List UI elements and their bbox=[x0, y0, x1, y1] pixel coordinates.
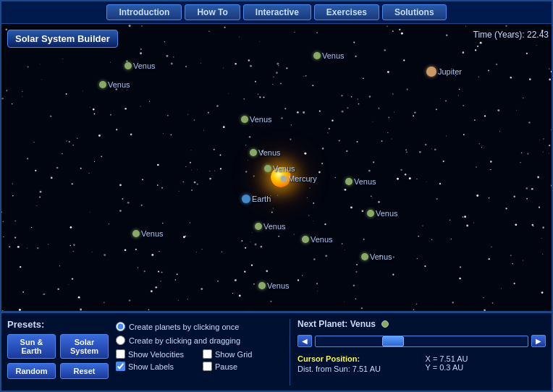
pause-label: Pause bbox=[215, 362, 237, 371]
slider-left-arrow[interactable]: ◀ bbox=[297, 335, 312, 347]
cursor-position-block: Cursor Position: Dist. from Sun: 7.51 AU bbox=[297, 354, 418, 373]
tab-introduction[interactable]: Introduction bbox=[106, 4, 182, 20]
right-panel: Next Planet: Venus ◀ ▶ Cursor Position: … bbox=[290, 319, 546, 385]
solar-system-button[interactable]: Solar System bbox=[60, 334, 109, 359]
title-badge: Solar System Builder bbox=[7, 30, 118, 48]
radio-drag-label: Create by clicking and dragging bbox=[129, 336, 240, 345]
cursor-y-value: Y = 0.3 AU bbox=[426, 363, 546, 372]
tab-exercises[interactable]: Exercises bbox=[314, 4, 379, 20]
presets-section: Presets: Sun & Earth Solar System Random… bbox=[7, 319, 109, 385]
check-row-labels: Show Labels bbox=[116, 362, 195, 371]
check-row-grid: Show Grid bbox=[203, 349, 282, 359]
show-grid-checkbox[interactable] bbox=[203, 349, 212, 359]
slider-right-arrow[interactable]: ▶ bbox=[531, 335, 546, 347]
checkbox-grid: Show Velocities Show Grid Show Labels Pa… bbox=[116, 349, 282, 371]
simulation-area[interactable]: Solar System Builder Time (Years): 22.43… bbox=[1, 24, 553, 312]
radio-click-label: Create planets by clicking once bbox=[129, 323, 239, 331]
show-grid-label: Show Grid bbox=[215, 350, 252, 359]
cursor-info: Cursor Position: Dist. from Sun: 7.51 AU… bbox=[297, 354, 546, 373]
show-velocities-label: Show Velocities bbox=[128, 350, 184, 359]
slider-row: ◀ ▶ bbox=[297, 335, 546, 347]
pause-checkbox[interactable] bbox=[203, 362, 212, 371]
show-labels-checkbox[interactable] bbox=[116, 362, 125, 371]
cursor-dist-value: Dist. from Sun: 7.51 AU bbox=[297, 365, 418, 373]
show-labels-label: Show Labels bbox=[128, 362, 174, 371]
time-display: Time (Years): 22.43 bbox=[473, 30, 549, 40]
presets-label: Presets: bbox=[7, 319, 109, 330]
radio-click-drag[interactable] bbox=[116, 336, 125, 345]
preset-row-1: Sun & Earth Solar System bbox=[7, 334, 109, 359]
bottom-controls: Presets: Sun & Earth Solar System Random… bbox=[1, 312, 552, 391]
top-navigation: Introduction How To Interactive Exercise… bbox=[1, 1, 552, 24]
radio-click-once[interactable] bbox=[116, 322, 125, 331]
next-planet-row: Next Planet: Venus bbox=[297, 319, 546, 329]
check-row-velocities: Show Velocities bbox=[116, 349, 195, 359]
cursor-coords-block: X = 7.51 AU Y = 0.3 AU bbox=[426, 354, 546, 373]
cursor-x-value: X = 7.51 AU bbox=[426, 354, 546, 363]
check-row-pause: Pause bbox=[203, 362, 282, 371]
options-section: Create planets by clicking once Create b… bbox=[116, 319, 282, 385]
planet-size-slider[interactable] bbox=[315, 336, 528, 347]
tab-solutions[interactable]: Solutions bbox=[382, 4, 447, 20]
cursor-position-title: Cursor Position: bbox=[297, 354, 418, 363]
show-velocities-checkbox[interactable] bbox=[116, 349, 125, 359]
radio-row-drag: Create by clicking and dragging bbox=[116, 336, 282, 345]
next-planet-label: Next Planet: Venus bbox=[297, 319, 376, 329]
starfield-canvas bbox=[1, 24, 553, 312]
venus-preview-dot bbox=[381, 320, 389, 328]
preset-row-2: Random Reset bbox=[7, 363, 109, 379]
radio-row-click: Create planets by clicking once bbox=[116, 322, 282, 331]
random-button[interactable]: Random bbox=[7, 363, 56, 379]
reset-button[interactable]: Reset bbox=[60, 363, 109, 379]
tab-how-to[interactable]: How To bbox=[185, 4, 240, 20]
sun-earth-button[interactable]: Sun & Earth bbox=[7, 334, 56, 359]
tab-interactive[interactable]: Interactive bbox=[243, 4, 311, 20]
